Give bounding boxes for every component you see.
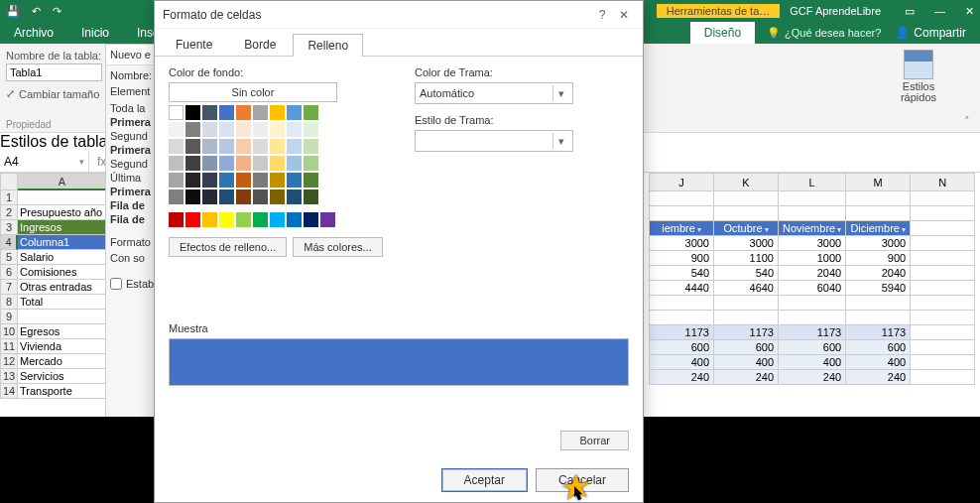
resize-table-button[interactable]: ⤢ Cambiar tamaño xyxy=(6,87,102,100)
cell[interactable]: 3000 xyxy=(846,236,911,251)
row-header[interactable]: 2 xyxy=(0,205,18,220)
more-colors-button[interactable]: Más colores... xyxy=(293,237,382,257)
ok-button[interactable]: Aceptar xyxy=(441,468,528,492)
cell[interactable]: 1100 xyxy=(714,251,779,266)
color-swatch[interactable] xyxy=(219,156,234,171)
color-swatch[interactable] xyxy=(287,173,302,188)
close-dialog-icon[interactable]: ✕ xyxy=(613,8,635,22)
checkbox[interactable] xyxy=(110,278,122,290)
row-header[interactable]: 8 xyxy=(0,295,18,310)
name-box[interactable]: A4▾ xyxy=(0,151,89,172)
row-header[interactable]: 11 xyxy=(0,339,18,354)
table-column-header[interactable]: Diciembre▾ xyxy=(846,221,911,236)
cell[interactable] xyxy=(18,190,107,205)
cell[interactable] xyxy=(846,311,911,325)
cell[interactable] xyxy=(911,206,975,221)
cell[interactable]: 3000 xyxy=(779,236,846,251)
style-element-item[interactable]: Segund xyxy=(110,129,160,143)
color-swatch[interactable] xyxy=(169,139,184,154)
style-element-item[interactable]: Segund xyxy=(110,157,160,171)
cell[interactable]: 600 xyxy=(846,340,911,355)
row-header[interactable]: 13 xyxy=(0,369,18,384)
minimize-icon[interactable]: — xyxy=(934,5,945,17)
cell[interactable]: Otras entradas xyxy=(18,280,107,295)
color-swatch[interactable] xyxy=(253,105,268,120)
color-swatch[interactable] xyxy=(236,156,251,171)
cell[interactable]: 4440 xyxy=(650,281,714,296)
color-swatch[interactable] xyxy=(270,189,285,204)
style-element-item[interactable]: Primera xyxy=(110,185,160,198)
color-swatch[interactable] xyxy=(202,212,217,227)
color-swatch[interactable] xyxy=(219,122,234,137)
pattern-style-combo[interactable]: ▾ xyxy=(415,130,573,152)
color-swatch[interactable] xyxy=(169,105,184,120)
row-header[interactable]: 5 xyxy=(0,250,18,265)
pattern-color-combo[interactable]: Automático ▾ xyxy=(415,82,573,104)
color-swatch[interactable] xyxy=(304,173,318,188)
color-swatch[interactable] xyxy=(219,189,234,204)
tab-design[interactable]: Diseño xyxy=(690,22,755,44)
color-swatch[interactable] xyxy=(287,122,302,137)
color-swatch[interactable] xyxy=(253,156,268,171)
cell[interactable]: 2040 xyxy=(846,266,911,281)
color-swatch[interactable] xyxy=(320,212,335,227)
color-swatch[interactable] xyxy=(185,189,200,204)
color-swatch[interactable] xyxy=(236,105,251,120)
cell[interactable]: 900 xyxy=(846,251,911,266)
color-swatch[interactable] xyxy=(169,189,184,204)
style-element-item[interactable]: Fila de xyxy=(110,198,160,212)
col-header[interactable]: J xyxy=(650,174,714,191)
clear-button[interactable]: Borrar xyxy=(560,431,629,450)
cell[interactable]: 240 xyxy=(714,370,779,385)
data-table-right[interactable]: JKLMN iembre▾Octubre▾Noviembre▾Diciembre… xyxy=(649,173,975,385)
cell[interactable]: 240 xyxy=(779,370,846,385)
color-swatch[interactable] xyxy=(304,122,318,137)
col-header[interactable]: A xyxy=(18,173,107,190)
cell[interactable]: Total xyxy=(18,295,107,310)
color-swatch[interactable] xyxy=(253,173,268,188)
color-swatch[interactable] xyxy=(202,189,217,204)
table-name-input[interactable] xyxy=(6,63,102,81)
cell[interactable]: 400 xyxy=(650,355,714,370)
color-swatch[interactable] xyxy=(169,173,184,188)
color-swatch[interactable] xyxy=(287,105,302,120)
panel-establish-checkbox[interactable]: Establ xyxy=(110,278,160,290)
color-swatch[interactable] xyxy=(304,189,318,204)
tab-file[interactable]: Archivo xyxy=(0,22,67,44)
cell[interactable] xyxy=(714,191,779,206)
undo-icon[interactable]: ↶ xyxy=(32,5,41,18)
share-button[interactable]: 👤Compartir xyxy=(881,26,980,40)
cancel-button[interactable]: Cancelar xyxy=(536,468,629,492)
table-column-header[interactable]: Octubre▾ xyxy=(714,221,779,236)
row-header[interactable]: 3 xyxy=(0,220,18,235)
color-swatch[interactable] xyxy=(219,139,234,154)
color-swatch[interactable] xyxy=(287,139,302,154)
cell[interactable]: 5940 xyxy=(846,281,911,296)
col-header[interactable]: N xyxy=(911,174,975,191)
color-swatch[interactable] xyxy=(270,212,285,227)
col-header[interactable]: M xyxy=(846,174,911,191)
color-swatch[interactable] xyxy=(304,156,318,171)
dialog-tab-fill[interactable]: Relleno xyxy=(293,34,363,57)
color-swatch[interactable] xyxy=(202,139,217,154)
select-all-corner[interactable] xyxy=(0,173,18,190)
row-header[interactable]: 14 xyxy=(0,384,18,399)
color-swatch[interactable] xyxy=(270,122,285,137)
style-element-item[interactable]: Toda la xyxy=(110,101,160,115)
cell[interactable]: 240 xyxy=(846,370,911,385)
dialog-tab-font[interactable]: Fuente xyxy=(161,33,227,56)
row-header[interactable]: 7 xyxy=(0,280,18,295)
style-element-item[interactable]: Primera xyxy=(110,115,160,129)
cell[interactable] xyxy=(714,311,779,325)
row-header[interactable]: 4 xyxy=(0,235,18,250)
color-swatch[interactable] xyxy=(236,173,251,188)
cell[interactable]: 540 xyxy=(714,266,779,281)
cell[interactable]: Egresos xyxy=(18,324,107,339)
style-element-item[interactable]: Primera xyxy=(110,143,160,157)
color-swatch[interactable] xyxy=(287,189,302,204)
color-swatch[interactable] xyxy=(253,212,268,227)
cell[interactable]: 3000 xyxy=(650,236,714,251)
cell[interactable] xyxy=(650,311,714,325)
cell[interactable]: 4640 xyxy=(714,281,779,296)
cell[interactable]: Vivienda xyxy=(18,339,107,354)
